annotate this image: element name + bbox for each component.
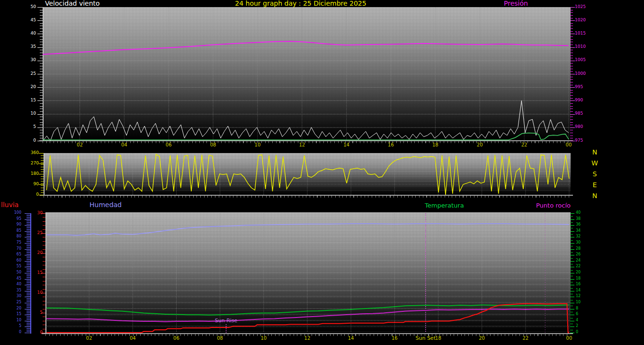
main-y-blue-label: 95	[8, 217, 21, 221]
compass-letter: E	[590, 182, 599, 192]
compass-letter: N	[590, 192, 599, 203]
main-y-blue-label: 65	[8, 253, 21, 256]
main-y-red-label: 30	[29, 211, 43, 215]
dir-y-left-label: 270	[26, 161, 39, 165]
wind-x-label: 14	[341, 143, 352, 147]
wind-x-label: 08	[207, 143, 219, 147]
main-y-green-label: 4	[576, 318, 587, 322]
main-x-label: 04	[127, 336, 138, 341]
main-y-blue-label: 55	[8, 264, 21, 268]
main-y-blue-label: 25	[8, 300, 21, 304]
main-x-label: 00	[564, 336, 575, 341]
main-y-blue-label: 70	[8, 247, 21, 251]
main-y-green-label: 28	[576, 247, 587, 251]
wind-y-left-label: 15	[24, 98, 36, 102]
main-y-green-label: 8	[576, 307, 587, 310]
wind-x-label: 22	[519, 143, 530, 147]
main-x-label: 16	[389, 336, 400, 341]
wind-y-right-label: 975	[575, 138, 589, 143]
main-y-green-label: 10	[576, 300, 587, 304]
direction-x-minor-ticks	[44, 196, 570, 198]
main-y-green-label: 20	[576, 271, 587, 274]
temp-y-major-ticks	[570, 213, 574, 334]
main-y-red-label: 20	[29, 251, 43, 255]
pressure-y-major-ticks	[570, 7, 575, 142]
wind-x-label: 12	[296, 143, 308, 147]
wind-y-major-ticks	[37, 7, 43, 142]
wind-y-left-label: 30	[24, 58, 36, 62]
wind-y-right-label: 1010	[575, 45, 589, 49]
main-y-green-label: 38	[576, 217, 587, 221]
main-y-green-label: 2	[576, 324, 587, 328]
main-y-green-label: 22	[576, 264, 587, 268]
wind-y-left-label: 50	[24, 5, 36, 9]
main-y-blue-label: 85	[8, 229, 21, 233]
wind-x-label: 04	[118, 143, 130, 147]
main-y-blue-label: 20	[8, 307, 21, 310]
main-y-blue-label: 30	[8, 294, 21, 298]
humidity-temp-rain-plot	[45, 212, 571, 334]
wind-y-left-label: 45	[24, 18, 36, 22]
wind-y-left-label: 40	[24, 31, 36, 36]
wind-y-right-label: 990	[575, 98, 589, 102]
main-y-green-label: 14	[576, 289, 587, 292]
main-y-green-label: 0	[576, 330, 587, 334]
main-y-blue-label: 40	[8, 282, 21, 286]
main-y-red-label: 25	[29, 231, 43, 235]
wind-x-label: 00	[563, 143, 574, 147]
main-x-label: 08	[215, 336, 226, 341]
wind-y-right-label: 985	[575, 111, 589, 116]
main-y-green-label: 32	[576, 235, 587, 238]
main-y-blue-label: 10	[8, 318, 21, 322]
wind-y-left-label: 0	[24, 138, 36, 143]
compass-letter: S	[590, 171, 599, 182]
main-y-green-label: 26	[576, 253, 587, 256]
main-y-red-label: 5	[29, 310, 43, 315]
dew-point-label: Punto rocío	[536, 202, 571, 209]
main-y-blue-label: 45	[8, 277, 21, 281]
main-y-blue-label: 100	[8, 211, 21, 215]
wind-direction-plot	[44, 153, 571, 195]
wind-y-left-label: 10	[24, 111, 36, 116]
main-x-label: 22	[520, 336, 531, 341]
main-x-label: 14	[345, 336, 357, 341]
main-y-green-label: 34	[576, 229, 587, 233]
wind-y-right-label: 1015	[575, 31, 589, 36]
main-y-blue-label: 75	[8, 241, 21, 245]
dir-y-left-label: 0	[26, 192, 39, 197]
main-x-label: 12	[302, 336, 313, 341]
main-y-blue-label: 80	[8, 235, 21, 238]
main-y-green-label: 18	[576, 277, 587, 281]
wind-y-left-label: 35	[24, 45, 36, 49]
humidity-label: Humedad	[89, 201, 122, 209]
wind-x-label: 06	[163, 143, 174, 147]
wind-x-label: 10	[252, 143, 263, 147]
wind-y-left-label: 20	[24, 85, 36, 89]
wind-y-right-label: 1020	[575, 18, 589, 22]
main-x-label: 10	[258, 336, 269, 341]
wind-speed-pressure-plot	[43, 7, 571, 141]
main-y-blue-label: 90	[8, 223, 21, 227]
wind-speed-title: Velocidad viento	[45, 0, 100, 7]
main-y-green-label: 30	[576, 241, 587, 245]
pressure-title: Presión	[504, 0, 528, 7]
main-x-label: 02	[83, 336, 95, 341]
main-y-blue-label: 50	[8, 271, 21, 274]
compass-letter: N	[590, 149, 599, 160]
main-y-blue-label: 5	[8, 324, 21, 328]
wind-y-left-label: 5	[24, 125, 36, 129]
main-y-red-label: 10	[29, 291, 43, 295]
compass-letter: W	[590, 160, 599, 171]
main-title: 24 hour graph day : 25 Diciembre 2025	[223, 0, 379, 7]
main-y-green-label: 36	[576, 223, 587, 227]
direction-y-major-ticks	[39, 153, 44, 196]
main-y-green-label: 12	[576, 294, 587, 298]
wind-y-right-label: 1025	[575, 5, 589, 9]
main-x-label: 06	[170, 336, 182, 341]
sunrise-label: Sun Rise	[211, 318, 242, 324]
wind-y-right-label: 980	[575, 125, 589, 129]
main-y-green-label: 16	[576, 282, 587, 286]
wind-x-label: 16	[385, 143, 396, 147]
main-y-green-label: 24	[576, 259, 587, 263]
main-y-green-label: 40	[576, 211, 587, 215]
